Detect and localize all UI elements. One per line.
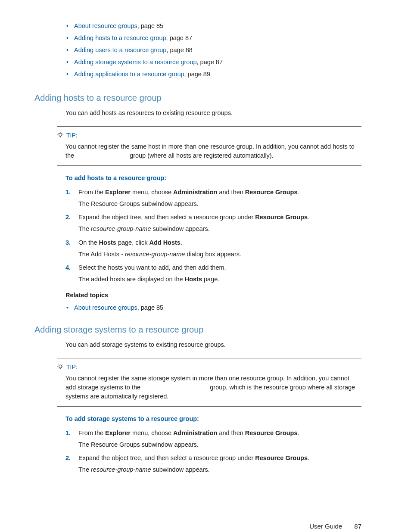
related-link[interactable]: About resource groups (74, 304, 137, 311)
step-item: Select the hosts you want to add, and th… (65, 263, 361, 284)
section-intro: You can add storage systems to existing … (65, 340, 361, 349)
svg-point-0 (59, 134, 62, 137)
tip-text: You cannot register the same host in mor… (65, 142, 361, 160)
toc-suffix: , page 88 (166, 47, 192, 53)
toc-item: Adding users to a resource group, page 8… (65, 46, 361, 55)
step-item: From the Explorer menu, choose Administr… (65, 429, 361, 449)
procedure-heading: To add storage systems to a resource gro… (65, 414, 361, 423)
related-item: About resource groups, page 85 (65, 303, 361, 312)
toc-link[interactable]: Adding users to a resource group (74, 47, 166, 53)
procedure-steps: From the Explorer menu, choose Administr… (65, 429, 361, 474)
section-heading-adding-hosts: Adding hosts to a resource group (34, 92, 361, 104)
toc-suffix: , page 87 (166, 34, 192, 41)
related-topics-list: About resource groups, page 85 (65, 303, 361, 312)
toc-link[interactable]: Adding hosts to a resource group (74, 34, 166, 41)
toc-suffix: , page 89 (184, 71, 210, 78)
toc-suffix: , page 85 (137, 22, 163, 29)
procedure-steps: From the Explorer menu, choose Administr… (65, 188, 361, 283)
page-footer: User Guide 87 (34, 522, 361, 531)
step-item: Expand the object tree, and then select … (65, 454, 361, 474)
toc-suffix: , page 87 (197, 59, 223, 65)
related-topics-heading: Related topics (65, 291, 361, 300)
step-item: Expand the object tree, and then select … (65, 213, 361, 233)
toc-item: About resource groups, page 85 (65, 22, 361, 31)
svg-point-1 (59, 365, 62, 368)
footer-title: User Guide (309, 523, 342, 530)
step-item: On the Hosts page, click Add Hosts. The … (65, 238, 361, 259)
related-suffix: , page 85 (137, 304, 163, 311)
toc-item: Adding storage systems to a resource gro… (65, 58, 361, 67)
toc-item: Adding applications to a resource group,… (65, 70, 361, 79)
step-item: From the Explorer menu, choose Administr… (65, 188, 361, 208)
tip-label: TIP: (66, 131, 78, 140)
section-heading-adding-storage: Adding storage systems to a resource gro… (34, 324, 361, 336)
step-result: The Resource Groups subwindow appears. (78, 440, 361, 449)
toc-item: Adding hosts to a resource group, page 8… (65, 34, 361, 43)
page-number: 87 (354, 523, 361, 530)
tip-block: TIP: You cannot register the same storag… (57, 358, 361, 407)
tip-label: TIP: (66, 363, 78, 371)
toc-link[interactable]: Adding storage systems to a resource gro… (74, 59, 197, 65)
toc-link[interactable]: About resource groups (74, 22, 137, 29)
lightbulb-icon (57, 132, 64, 139)
procedure-heading: To add hosts to a resource group: (65, 174, 361, 183)
toc-list: About resource groups, page 85 Adding ho… (65, 22, 361, 79)
tip-text: You cannot register the same storage sys… (65, 374, 361, 401)
toc-link[interactable]: Adding applications to a resource group (74, 71, 184, 78)
lightbulb-icon (57, 364, 64, 370)
section-intro: You can add hosts as resources to existi… (65, 109, 361, 118)
step-result: The Resource Groups subwindow appears. (78, 199, 361, 208)
tip-block: TIP: You cannot register the same host i… (57, 126, 361, 166)
